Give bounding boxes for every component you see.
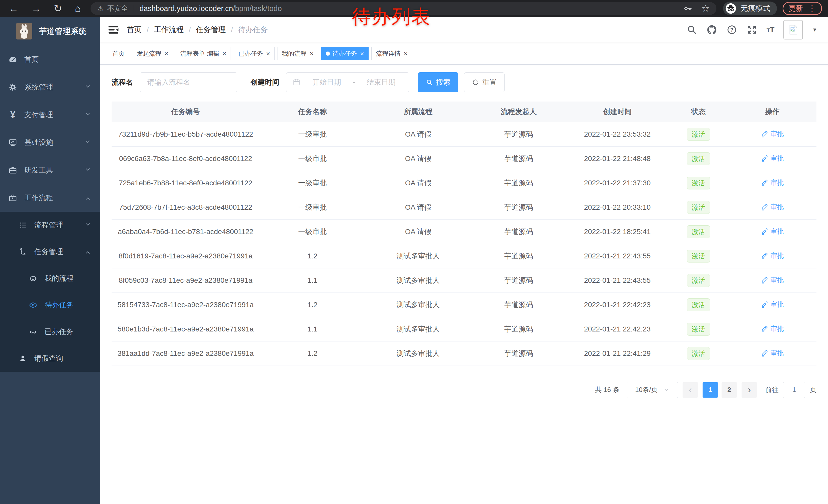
browser-menu-dots-icon[interactable]: ⋮ <box>808 4 816 12</box>
table-row: 069c6a63-7b8a-11ec-8ef0-acde48001122 一级审… <box>112 146 817 171</box>
process-name-input[interactable] <box>140 72 237 92</box>
breadcrumb-item[interactable]: 待办任务 / <box>238 25 268 35</box>
sidebar-item-workflow[interactable]: 工作流程 <box>0 184 100 212</box>
tab[interactable]: 我的流程 × <box>278 47 318 60</box>
approve-link[interactable]: 审批 <box>761 300 784 309</box>
not-secure-label[interactable]: 不安全 <box>107 4 128 13</box>
approve-link[interactable]: 审批 <box>761 154 784 163</box>
github-icon[interactable] <box>706 25 717 35</box>
next-page-button[interactable]: › <box>742 382 757 398</box>
status-badge: 激活 <box>687 152 710 165</box>
search-icon[interactable] <box>687 25 697 35</box>
url-path[interactable]: /bpm/task/todo <box>233 4 282 13</box>
avatar-caret-icon[interactable]: ▼ <box>812 27 817 33</box>
incognito-badge: 无痕模式 <box>723 2 777 15</box>
tab[interactable]: 首页 × <box>108 47 129 60</box>
sidebar-item-leave-query[interactable]: 请假查询 <box>0 345 100 372</box>
page-number-button[interactable]: 2 <box>721 382 737 398</box>
tab-close-icon[interactable]: × <box>404 50 408 57</box>
goto-page-input[interactable] <box>783 382 805 398</box>
password-key-icon[interactable] <box>683 4 692 13</box>
sidebar-collapse-icon[interactable] <box>100 24 127 35</box>
date-range-picker[interactable]: 开始日期 - 结束日期 <box>286 72 409 92</box>
edit-pencil-icon <box>761 252 768 259</box>
update-button[interactable]: 更新 ⋮ <box>783 2 822 15</box>
reload-icon[interactable]: ↻ <box>54 4 62 13</box>
status-badge: 激活 <box>687 347 710 360</box>
sidebar-item-my-process[interactable]: 我的流程 <box>0 265 100 292</box>
start-date-placeholder[interactable]: 开始日期 <box>305 78 348 87</box>
sidebar-item-home[interactable]: 首页 <box>0 46 100 73</box>
tab[interactable]: 待办任务 × <box>321 47 369 60</box>
bookmark-star-icon[interactable]: ☆ <box>702 3 710 14</box>
approve-link[interactable]: 审批 <box>761 324 784 333</box>
sidebar-item-devtools[interactable]: 研发工具 <box>0 156 100 184</box>
app-logo-row[interactable]: 芋道管理系统 <box>0 17 100 46</box>
sidebar-item-done-tasks[interactable]: 已办任务 <box>0 318 100 345</box>
breadcrumb-item[interactable]: 工作流程 / <box>154 25 191 35</box>
prev-page-button[interactable]: ‹ <box>682 382 698 398</box>
tab-label: 首页 <box>112 49 125 58</box>
sidebar-item-task-mgmt[interactable]: 任务管理 <box>0 238 100 265</box>
status-badge: 激活 <box>687 128 710 141</box>
home-icon[interactable]: ⌂ <box>75 4 81 13</box>
created-time-cell: 2022-01-21 22:42:23 <box>566 317 668 341</box>
approve-link[interactable]: 审批 <box>761 178 784 187</box>
font-size-icon[interactable]: TT <box>767 26 774 34</box>
update-label[interactable]: 更新 <box>788 3 803 13</box>
reset-button[interactable]: 重置 <box>464 72 504 92</box>
starter-cell: 芋道源码 <box>471 268 566 292</box>
tags-bar: 首页 × 发起流程 × 流程表单-编辑 × <box>100 43 828 64</box>
process-cell: 测试多审批人 <box>365 268 471 292</box>
not-secure-warning-icon[interactable]: ⚠ <box>97 4 104 13</box>
sidebar-item-system[interactable]: 系统管理 <box>0 73 100 101</box>
sidebar-item-todo-tasks[interactable]: 待办任务 <box>0 292 100 318</box>
tab[interactable]: 流程详情 × <box>371 47 412 60</box>
help-icon[interactable]: ? <box>727 25 737 35</box>
approve-link[interactable]: 审批 <box>761 202 784 212</box>
approve-link[interactable]: 审批 <box>761 130 784 138</box>
page-number-button[interactable]: 1 <box>703 382 718 398</box>
tab-close-icon[interactable]: × <box>310 50 314 57</box>
tab-close-icon[interactable]: × <box>360 50 364 57</box>
filter-bar: 流程名 创建时间 开始日期 - 结束日期 搜索 重 <box>112 72 817 92</box>
table-header-row: 任务编号任务名称所属流程流程发起人创建时间状态操作 <box>112 101 817 122</box>
tab[interactable]: 发起流程 × <box>132 47 173 60</box>
tab-close-icon[interactable]: × <box>266 50 270 57</box>
approve-link[interactable]: 审批 <box>761 227 784 236</box>
page-numbers: 1 2 <box>703 382 737 398</box>
forward-icon[interactable]: → <box>31 4 41 13</box>
total-count: 共 16 条 <box>595 385 619 394</box>
sidebar-item-process-mgmt[interactable]: 流程管理 <box>0 212 100 238</box>
sidebar-item-payment[interactable]: ¥ 支付管理 <box>0 101 100 129</box>
task-name-cell: 1.2 <box>259 341 365 366</box>
url-host[interactable]: dashboard.yudao.iocoder.cn <box>139 4 233 13</box>
user-icon <box>18 354 27 363</box>
starter-cell: 芋道源码 <box>471 317 566 341</box>
end-date-placeholder[interactable]: 结束日期 <box>360 78 403 87</box>
table-row: 75d72608-7b7f-11ec-a3c8-acde48001122 一级审… <box>112 195 817 220</box>
approve-link[interactable]: 审批 <box>761 251 784 260</box>
starter-cell: 芋道源码 <box>471 146 566 171</box>
fullscreen-icon[interactable] <box>746 25 757 35</box>
tab-close-icon[interactable]: × <box>164 50 168 57</box>
breadcrumb-item[interactable]: 任务管理 / <box>196 25 233 35</box>
avatar[interactable] <box>783 20 803 40</box>
page-size-select[interactable]: 10条/页 <box>627 382 678 398</box>
table-row: 8f059c03-7ac8-11ec-a9e2-a2380e71991a 1.1… <box>112 268 817 292</box>
tab[interactable]: 流程表单-编辑 × <box>176 47 231 60</box>
approve-link[interactable]: 审批 <box>761 276 784 284</box>
address-bar[interactable]: ⚠ 不安全 dashboard.yudao.iocoder.cn/bpm/tas… <box>90 2 716 15</box>
created-time-cell: 2022-01-21 22:42:23 <box>566 292 668 317</box>
task-name-cell: 1.2 <box>259 292 365 317</box>
approve-link[interactable]: 审批 <box>761 349 784 358</box>
back-icon[interactable]: ← <box>9 4 18 13</box>
tab[interactable]: 已办任务 × <box>234 47 275 60</box>
edit-pencil-icon <box>761 350 768 357</box>
tab-close-icon[interactable]: × <box>222 50 226 57</box>
search-button[interactable]: 搜索 <box>418 72 458 92</box>
breadcrumb-item[interactable]: 首页 / <box>127 25 149 35</box>
process-cell: OA 请假 <box>365 122 471 146</box>
sidebar-item-infrastructure[interactable]: 基础设施 <box>0 129 100 156</box>
sidebar-item-label: 研发工具 <box>25 165 53 175</box>
